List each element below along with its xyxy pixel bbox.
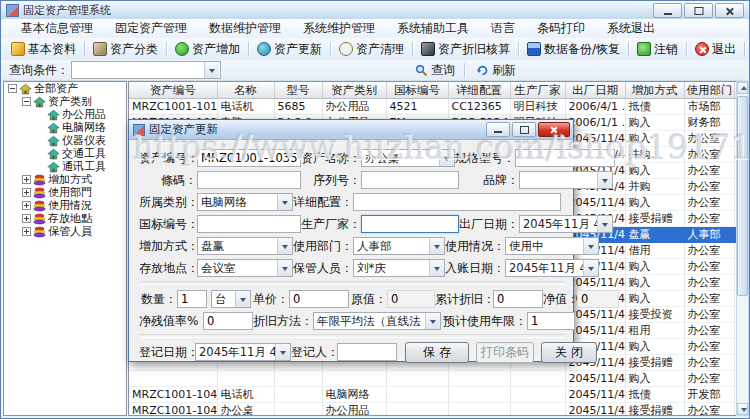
toolbar-button-7[interactable]: 数据备份/恢复 [522,40,625,59]
asset-tree-panel: 全部资产资产类别办公用品电脑网络仪器仪表交通工具通讯工具增加方式使用部門使用情況… [3,81,127,416]
scroll-up-icon[interactable] [737,82,748,94]
toolbar-button-4[interactable]: 资产更新 [252,40,327,59]
column-header-增加方式[interactable]: 增加方式 [625,82,684,99]
registrar-field[interactable] [337,343,397,361]
brand-combo[interactable] [519,171,613,189]
query-condition-combo[interactable] [71,61,221,79]
toolbar-button-8[interactable]: 注销 [632,40,683,59]
spec-model-field[interactable] [515,149,615,167]
dialog-close-button[interactable]: 关 闭 [541,342,597,363]
menu-item-2[interactable]: 固定资产管理 [104,18,198,39]
config-field[interactable] [353,193,561,211]
column-header-使用部门[interactable]: 使用部门 [684,82,734,99]
chevron-down-icon[interactable] [277,238,292,254]
unit-price-field[interactable] [289,290,349,308]
column-header-资产编号[interactable]: 资产编号 [129,82,217,99]
save-button[interactable]: 保 存 [405,342,469,363]
asset-id-field[interactable] [197,149,301,167]
chevron-down-icon[interactable] [597,172,612,188]
collapse-icon[interactable] [8,84,17,93]
expand-icon[interactable] [22,201,31,210]
minimize-button[interactable] [653,3,682,18]
gb-code-field[interactable] [197,215,301,233]
menu-item-5[interactable]: 系统辅助工具 [386,18,480,39]
table-cell: 2045/11/4... [565,131,625,147]
column-header-国标编号[interactable]: 国标编号 [386,82,448,99]
vertical-scrollbar[interactable] [736,81,749,416]
chevron-down-icon[interactable] [429,260,444,276]
depr-method-combo[interactable]: 年限平均法（直线法 [313,312,441,330]
refresh-button[interactable]: 刷新 [470,61,522,80]
serial-field[interactable] [361,171,459,189]
dept-combo[interactable]: 人事部 [353,237,445,255]
unit-combo[interactable]: 台 [211,290,251,308]
chevron-down-icon[interactable] [277,260,292,276]
keeper-combo[interactable]: 刘*庆 [353,259,445,277]
chevron-down-icon[interactable] [429,238,444,254]
table-row[interactable]: MRZC1001-1046电话机电脑网络2045/11/4...抵债开发部使用中 [129,387,739,403]
menu-item-8[interactable]: 系统退出 [596,18,666,39]
chevron-down-icon[interactable] [583,260,598,276]
chevron-down-icon[interactable] [277,194,292,210]
maximize-button[interactable] [684,3,713,18]
scroll-down-icon[interactable] [737,403,748,415]
add-method-label: 增加方式： [139,238,197,255]
usage-combo[interactable]: 使用中 [505,237,599,255]
menu-item-4[interactable]: 系统维护管理 [292,18,386,39]
prod-date-picker[interactable]: 2045年11月 4日 [519,215,613,233]
scrollbar-thumb[interactable] [737,96,748,296]
dialog-maximize-button[interactable] [512,122,536,137]
menu-item-3[interactable]: 数据维护管理 [198,18,292,39]
toolbar-button-2[interactable]: 资产分类 [88,40,163,59]
asset-name-combo[interactable]: 办公桌 [361,149,455,167]
dialog-minimize-button[interactable] [486,122,510,137]
book-date-picker[interactable]: 2045年11月 4日 [505,259,599,277]
toolbar-button-6[interactable]: 资产折旧核算 [416,40,515,59]
dialog-close-icon[interactable] [538,122,570,137]
table-row[interactable]: MRZC1001-1047办公桌办公用品2045/11/4...接受捐赠办公室使… [129,403,739,417]
table-cell: 办公室 [684,147,734,163]
chevron-down-icon[interactable] [235,291,250,307]
toolbar-button-3[interactable]: 资产增加 [170,40,245,59]
menu-item-1[interactable]: 基本信息管理 [10,18,104,39]
menu-item-6[interactable]: 语言 [480,18,526,39]
column-header-型号[interactable]: 型号 [274,82,322,99]
category-combo[interactable]: 电脑网络 [197,193,293,211]
search-button[interactable]: 查询 [409,61,461,80]
chevron-down-icon[interactable] [204,62,219,78]
useful-life-field[interactable] [527,312,575,330]
chevron-down-icon[interactable] [425,313,440,329]
chevron-down-icon[interactable] [597,216,612,232]
add-method-combo[interactable]: 盘赢 [197,237,293,255]
column-header-资产类别[interactable]: 资产类别 [322,82,386,99]
quantity-field[interactable] [177,290,207,308]
column-header-名称[interactable]: 名称 [217,82,274,99]
chevron-down-icon[interactable] [275,344,290,360]
chevron-down-icon[interactable] [583,238,598,254]
table-cell: 盘赢 [625,227,684,243]
expand-icon[interactable] [22,227,31,236]
toolbar-button-9[interactable]: 退出 [690,40,741,59]
collapse-icon[interactable] [22,97,31,106]
maker-field[interactable] [361,215,459,233]
chevron-down-icon[interactable] [439,150,454,166]
reg-date-picker[interactable]: 2045年11月 4日 [195,343,291,361]
column-header-出厂日期[interactable]: 出厂日期 [565,82,625,99]
expand-icon[interactable] [22,175,31,184]
toolbar-button-1[interactable]: 基本资料 [6,40,81,59]
table-row[interactable]: MRZC1001-1017电话机5685办公用品4521CC12365明日科技2… [129,99,739,115]
toolbar-button-5[interactable]: 资产清理 [334,40,409,59]
tree-item-保管人員[interactable]: 保管人員 [4,225,126,238]
expand-icon[interactable] [22,188,31,197]
close-button[interactable] [715,3,744,18]
acc-depreciation-field[interactable] [493,290,543,308]
menu-item-7[interactable]: 条码打印 [526,18,596,39]
barcode-field[interactable] [197,171,301,189]
location-combo[interactable]: 会议室 [197,259,293,277]
table-row[interactable]: 2045/11/4...购入办公室使用中 [129,371,739,387]
column-header-生产厂家[interactable]: 生产厂家 [510,82,565,99]
expand-icon[interactable] [22,214,31,223]
column-header-详细配置[interactable]: 详细配置 [448,82,510,99]
keeper-label: 保管人员： [293,260,353,277]
residual-rate-field[interactable] [203,312,253,330]
